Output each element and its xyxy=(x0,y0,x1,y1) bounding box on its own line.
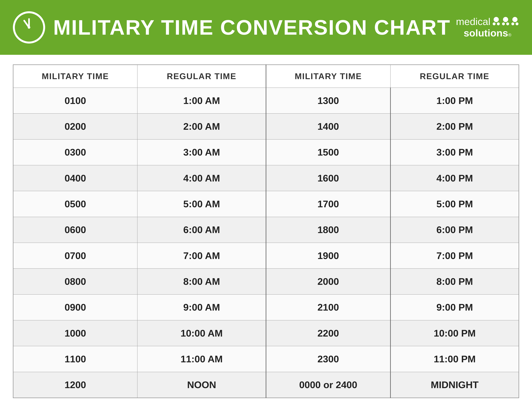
header: MILITARY TIME CONVERSION CHART medical xyxy=(0,0,532,55)
header-left: MILITARY TIME CONVERSION CHART xyxy=(13,11,451,44)
military-time-1: 0500 xyxy=(13,191,138,217)
table-row: 02002:00 AM14002:00 PM xyxy=(13,113,519,139)
regular-time-1: 6:00 AM xyxy=(137,217,266,243)
military-time-1: 0100 xyxy=(13,88,138,113)
regular-time-2: 7:00 PM xyxy=(390,243,519,269)
military-time-2: 1800 xyxy=(266,217,390,243)
regular-time-2: 10:00 PM xyxy=(390,320,519,346)
military-time-1: 1100 xyxy=(13,346,138,372)
military-time-1: 0700 xyxy=(13,243,138,269)
regular-time-2: 3:00 PM xyxy=(390,140,519,165)
regular-time-2: 8:00 PM xyxy=(390,269,519,294)
clock-icon xyxy=(13,11,45,44)
regular-time-1: 2:00 AM xyxy=(137,113,266,139)
regular-time-1: 1:00 AM xyxy=(137,88,266,113)
regular-time-1: 9:00 AM xyxy=(137,294,266,320)
logo-line1: medical xyxy=(456,16,490,27)
regular-time-1: 11:00 AM xyxy=(137,346,266,372)
regular-time-1: 4:00 AM xyxy=(137,165,266,191)
regular-time-2: 6:00 PM xyxy=(390,217,519,243)
table-row: 100010:00 AM220010:00 PM xyxy=(13,320,519,346)
table-section: MILITARY TIME REGULAR TIME MILITARY TIME… xyxy=(0,55,532,411)
table-row: 03003:00 AM15003:00 PM xyxy=(13,140,519,165)
col-header-reg2: REGULAR TIME xyxy=(390,65,519,88)
col-header-reg1: REGULAR TIME xyxy=(137,65,266,88)
regular-time-2: 9:00 PM xyxy=(390,294,519,320)
military-time-1: 0400 xyxy=(13,165,138,191)
military-time-2: 2200 xyxy=(266,320,390,346)
military-time-2: 2300 xyxy=(266,346,390,372)
logo-area: medical xyxy=(456,16,519,38)
regular-time-1: 10:00 AM xyxy=(137,320,266,346)
regular-time-1: 8:00 AM xyxy=(137,269,266,294)
military-time-2: 0000 or 2400 xyxy=(266,372,390,398)
military-time-2: 1500 xyxy=(266,140,390,165)
page: MILITARY TIME CONVERSION CHART medical xyxy=(0,0,532,411)
military-time-1: 0600 xyxy=(13,217,138,243)
regular-time-1: 5:00 AM xyxy=(137,191,266,217)
regular-time-2: 5:00 PM xyxy=(390,191,519,217)
svg-point-2 xyxy=(28,26,30,29)
military-time-2: 1400 xyxy=(266,113,390,139)
table-row: 04004:00 AM16004:00 PM xyxy=(13,165,519,191)
regular-time-1: NOON xyxy=(137,372,266,398)
military-time-1: 1200 xyxy=(13,372,138,398)
military-time-2: 1900 xyxy=(266,243,390,269)
logo-registered: ® xyxy=(508,32,512,37)
military-time-2: 2000 xyxy=(266,269,390,294)
military-time-1: 0800 xyxy=(13,269,138,294)
table-row: 09009:00 AM21009:00 PM xyxy=(13,294,519,320)
military-time-2: 2100 xyxy=(266,294,390,320)
table-row: 06006:00 AM18006:00 PM xyxy=(13,217,519,243)
table-row: 07007:00 AM19007:00 PM xyxy=(13,243,519,269)
military-time-2: 1300 xyxy=(266,88,390,113)
military-time-2: 1700 xyxy=(266,191,390,217)
military-time-2: 1600 xyxy=(266,165,390,191)
regular-time-2: MIDNIGHT xyxy=(390,372,519,398)
regular-time-2: 4:00 PM xyxy=(390,165,519,191)
col-header-mil1: MILITARY TIME xyxy=(13,65,138,88)
table-row: 110011:00 AM230011:00 PM xyxy=(13,346,519,372)
table-row: 01001:00 AM13001:00 PM xyxy=(13,88,519,113)
table-row: 1200NOON0000 or 2400MIDNIGHT xyxy=(13,372,519,398)
military-time-1: 0300 xyxy=(13,140,138,165)
table-row: 08008:00 AM20008:00 PM xyxy=(13,269,519,294)
regular-time-2: 1:00 PM xyxy=(390,88,519,113)
table-header-row: MILITARY TIME REGULAR TIME MILITARY TIME… xyxy=(13,65,519,88)
military-time-1: 1000 xyxy=(13,320,138,346)
regular-time-1: 3:00 AM xyxy=(137,140,266,165)
military-time-1: 0900 xyxy=(13,294,138,320)
conversion-table: MILITARY TIME REGULAR TIME MILITARY TIME… xyxy=(13,65,519,398)
military-time-1: 0200 xyxy=(13,113,138,139)
header-title: MILITARY TIME CONVERSION CHART xyxy=(53,15,451,39)
regular-time-1: 7:00 AM xyxy=(137,243,266,269)
logo-line2: solutions xyxy=(464,27,508,39)
col-header-mil2: MILITARY TIME xyxy=(266,65,390,88)
regular-time-2: 2:00 PM xyxy=(390,113,519,139)
table-row: 05005:00 AM17005:00 PM xyxy=(13,191,519,217)
regular-time-2: 11:00 PM xyxy=(390,346,519,372)
